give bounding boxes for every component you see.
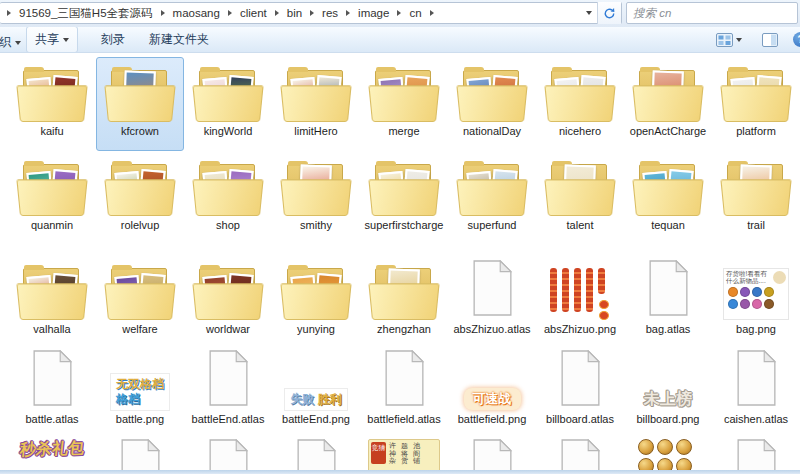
file-item[interactable]: 秒杀礼包 — [8, 436, 96, 474]
file-item-kingWorld[interactable]: kingWorld — [184, 57, 272, 151]
file-item-battle.png[interactable]: 无双格档格档battle.png — [96, 351, 184, 436]
breadcrumb-separator-icon[interactable] — [310, 10, 314, 16]
breadcrumb-item[interactable]: bin — [284, 5, 305, 21]
file-item[interactable] — [624, 436, 712, 474]
breadcrumb-separator-icon[interactable] — [275, 10, 279, 16]
file-item-superfund[interactable]: superfund — [448, 151, 536, 255]
burn-button[interactable]: 刻录 — [92, 27, 134, 53]
breadcrumb-separator-icon[interactable] — [346, 10, 350, 16]
refresh-button[interactable] — [597, 2, 621, 24]
refresh-icon — [603, 7, 616, 20]
file-item-shop[interactable]: shop — [184, 151, 272, 255]
image-thumbnail: 无双格档格档 — [111, 374, 169, 410]
folder-icon — [283, 264, 349, 320]
file-item-limitHero[interactable]: limitHero — [272, 57, 360, 151]
file-item-nationalDay[interactable]: nationalDay — [448, 57, 536, 151]
file-item-worldwar[interactable]: worldwar — [184, 255, 272, 351]
breadcrumb-separator-icon[interactable] — [430, 10, 434, 16]
file-icon-area — [19, 154, 85, 216]
file-item-quanmin[interactable]: quanmin — [8, 151, 96, 255]
file-icon-area — [19, 258, 85, 320]
file-label: talent — [567, 219, 594, 232]
burn-label: 刻录 — [101, 31, 125, 48]
file-label: battle.atlas — [25, 413, 78, 426]
file-item-tequan[interactable]: tequan — [624, 151, 712, 255]
file-item[interactable] — [448, 436, 536, 474]
address-box[interactable]: 91569_三国猫H5全套源码maosangclientbinresimagec… — [0, 2, 622, 24]
file-item[interactable]: 竞猜许神杂题将货池阁铺 — [360, 436, 448, 474]
file-label: absZhizuo.atlas — [453, 323, 530, 336]
file-item-yunying[interactable]: yunying — [272, 255, 360, 351]
help-button[interactable]: ? — [793, 32, 800, 47]
file-item-caishen.atlas[interactable]: caishen.atlas — [712, 351, 800, 436]
file-item-billboard.atlas[interactable]: billboard.atlas — [536, 351, 624, 436]
file-item-battleEnd.atlas[interactable]: battleEnd.atlas — [184, 351, 272, 436]
file-item-zhengzhan[interactable]: zhengzhan — [360, 255, 448, 351]
breadcrumb: 91569_三国猫H5全套源码maosangclientbinresimagec… — [0, 4, 581, 23]
organize-button[interactable]: 组织 — [0, 29, 30, 53]
breadcrumb-item[interactable]: 91569_三国猫H5全套源码 — [16, 4, 156, 23]
folder-icon — [371, 66, 437, 122]
file-item-kaifu[interactable]: kaifu — [8, 57, 96, 151]
preview-pane-button[interactable] — [757, 29, 783, 51]
change-view-button[interactable] — [711, 29, 747, 51]
file-item-nicehero[interactable]: nicehero — [536, 57, 624, 151]
breadcrumb-separator-icon[interactable] — [161, 10, 165, 16]
file-item-kfcrown[interactable]: kfcrown — [96, 57, 184, 151]
atlas-file-icon — [734, 439, 779, 474]
file-item-absZhizuo.atlas[interactable]: absZhizuo.atlas — [448, 255, 536, 351]
search-input[interactable] — [627, 4, 797, 22]
file-label: absZhizuo.png — [544, 323, 616, 336]
file-item-bag.png[interactable]: 存货啦!看看有什么新物品....bag.png — [712, 255, 800, 351]
file-item[interactable] — [272, 436, 360, 474]
file-item-smithy[interactable]: smithy — [272, 151, 360, 255]
file-item-battlefield.atlas[interactable]: battlefield.atlas — [360, 351, 448, 436]
file-row: battle.atlas无双格档格档battle.pngbattleEnd.at… — [8, 351, 800, 436]
file-icon-area — [206, 439, 251, 474]
file-item-talent[interactable]: talent — [536, 151, 624, 255]
toolbar: 组织 共享 刻录 新建文件夹 — [0, 27, 800, 53]
file-item[interactable] — [712, 436, 800, 474]
file-icon-area — [283, 258, 349, 320]
breadcrumb-separator-icon[interactable] — [397, 10, 401, 16]
file-item-platform[interactable]: platform — [712, 57, 800, 151]
file-item-merge[interactable]: merge — [360, 57, 448, 151]
file-item-rolelvup[interactable]: rolelvup — [96, 151, 184, 255]
share-button[interactable]: 共享 — [26, 27, 78, 53]
file-item-absZhizuo.png[interactable]: absZhizuo.png — [536, 255, 624, 351]
breadcrumb-item[interactable]: maosang — [170, 5, 223, 21]
file-item-openActCharge[interactable]: openActCharge — [624, 57, 712, 151]
file-item-battlefield.png[interactable]: 可速战battlefield.png — [448, 351, 536, 436]
atlas-file-icon — [30, 350, 75, 410]
file-item[interactable] — [184, 436, 272, 474]
folder-icon — [19, 264, 85, 320]
file-icon-area — [195, 258, 261, 320]
new-folder-button[interactable]: 新建文件夹 — [140, 27, 218, 53]
breadcrumb-item[interactable]: res — [319, 5, 341, 21]
folder-icon — [635, 160, 701, 216]
atlas-file-icon — [734, 350, 779, 410]
folder-icon — [723, 160, 789, 216]
file-item-bag.atlas[interactable]: bag.atlas — [624, 255, 712, 351]
file-label: kaifu — [40, 125, 63, 138]
breadcrumb-separator-icon[interactable] — [228, 10, 232, 16]
address-history-dropdown[interactable] — [581, 11, 597, 15]
breadcrumb-item[interactable]: cn — [406, 5, 424, 21]
file-icon-area — [195, 60, 261, 122]
file-item[interactable] — [536, 436, 624, 474]
file-item-valhalla[interactable]: valhalla — [8, 255, 96, 351]
file-item-superfirstcharge[interactable]: superfirstcharge — [360, 151, 448, 255]
file-item-battle.atlas[interactable]: battle.atlas — [8, 351, 96, 436]
breadcrumb-item[interactable]: client — [237, 5, 270, 21]
file-item-billboard.png[interactable]: 未上榜billboard.png — [624, 351, 712, 436]
breadcrumb-separator-icon[interactable] — [7, 10, 11, 16]
breadcrumb-item[interactable]: image — [355, 5, 392, 21]
file-icon-area — [635, 60, 701, 122]
organize-label: 组织 — [0, 34, 11, 51]
file-item[interactable] — [96, 436, 184, 474]
file-item-trail[interactable]: trail — [712, 151, 800, 255]
file-item-battleEnd.png[interactable]: 失败 胜利battleEnd.png — [272, 351, 360, 436]
file-item-welfare[interactable]: welfare — [96, 255, 184, 351]
file-label: kfcrown — [121, 125, 159, 138]
file-icon-area — [283, 154, 349, 216]
